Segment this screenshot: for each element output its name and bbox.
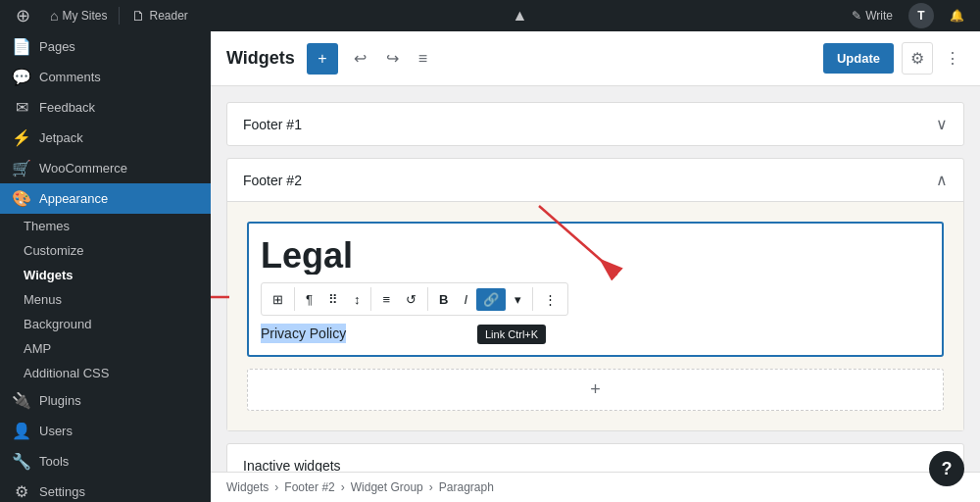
admin-bar-mysites-label: My Sites — [62, 9, 107, 23]
red-arrow-left — [211, 282, 239, 312]
list-view-button[interactable]: ≡ — [415, 46, 431, 72]
redo-icon: ↪ — [386, 49, 399, 68]
sidebar-item-menus[interactable]: Menus — [0, 287, 211, 312]
page-header: Widgets + ↩ ↪ ≡ Update ⚙ ⋮ — [211, 31, 980, 86]
ellipsis-icon: ⋮ — [945, 49, 960, 68]
sidebar-item-comments[interactable]: 💬 Comments — [0, 62, 211, 92]
bell-icon: 🔔 — [950, 9, 964, 23]
sidebar-plugins-label: Plugins — [39, 393, 81, 408]
sidebar-item-additional-css[interactable]: Additional CSS — [0, 361, 211, 385]
footer2-toggle-icon: ∧ — [936, 171, 948, 189]
editor-content-area[interactable]: Privacy Policy — [261, 324, 930, 343]
add-block-header-button[interactable]: + — [307, 43, 338, 75]
sidebar-item-background[interactable]: Background — [0, 312, 211, 336]
settings-icon: ⚙ — [12, 482, 31, 501]
admin-bar-right: ✎ Write T 🔔 — [844, 3, 972, 28]
link-tooltip-text: Link Ctrl+K — [485, 328, 538, 340]
settings-gear-button[interactable]: ⚙ — [902, 42, 933, 75]
sidebar-item-plugins[interactable]: 🔌 Plugins — [0, 385, 211, 416]
admin-bar-avatar[interactable]: T — [908, 3, 934, 28]
admin-bar-notifications[interactable]: 🔔 — [942, 9, 972, 23]
sidebar-item-settings[interactable]: ⚙ Settings — [0, 477, 211, 502]
admin-bar-reader-label: Reader — [149, 9, 187, 23]
redo-button[interactable]: ↪ — [382, 45, 403, 72]
inactive-widgets-header[interactable]: Inactive widgets ∨ — [227, 444, 963, 472]
footer1-accordion: Footer #1 ∨ — [226, 102, 964, 146]
tools-icon: 🔧 — [12, 452, 31, 471]
preview-text-content: Legal — [261, 235, 353, 275]
sidebar-item-woocommerce[interactable]: 🛒 WooCommerce — [0, 153, 211, 183]
update-button[interactable]: Update — [823, 43, 894, 74]
more-formatting-button[interactable]: ▾ — [508, 288, 528, 311]
toolbar-sep1 — [294, 287, 295, 311]
link-tooltip: Link Ctrl+K — [477, 325, 546, 344]
align-button[interactable]: ≡ — [375, 288, 397, 311]
sidebar-item-feedback[interactable]: ✉ Feedback — [0, 92, 211, 123]
users-icon: 👤 — [12, 422, 31, 440]
inactive-widgets-accordion: Inactive widgets ∨ — [226, 443, 964, 472]
italic-icon: I — [464, 292, 467, 307]
paragraph-button[interactable]: ¶ — [299, 288, 319, 311]
bold-button[interactable]: B — [432, 288, 455, 311]
breadcrumb-widgets[interactable]: Widgets — [226, 480, 269, 494]
footer1-title: Footer #1 — [243, 117, 302, 132]
page-header-right: Update ⚙ ⋮ — [823, 42, 964, 75]
sidebar-users-label: Users — [39, 424, 73, 438]
sidebar-item-jetpack[interactable]: ⚡ Jetpack — [0, 123, 211, 153]
breadcrumb-sep3: › — [429, 480, 433, 494]
move-button[interactable]: ↕ — [347, 288, 368, 311]
toolbar-sep2 — [370, 287, 371, 311]
bold-icon: B — [439, 292, 448, 307]
undo-button[interactable]: ↩ — [350, 45, 370, 72]
more-options-button[interactable]: ⋮ — [941, 45, 964, 72]
woocommerce-icon: 🛒 — [12, 159, 31, 177]
help-button[interactable]: ? — [929, 451, 964, 486]
sidebar-item-pages[interactable]: 📄 Pages — [0, 31, 211, 62]
footer2-header[interactable]: Footer #2 ∧ — [227, 159, 963, 201]
footer1-header[interactable]: Footer #1 ∨ — [227, 103, 963, 145]
sidebar-item-themes[interactable]: Themes — [0, 214, 211, 238]
drag-handle-button[interactable]: ⠿ — [321, 288, 345, 311]
sidebar-item-customize[interactable]: Customize — [0, 238, 211, 263]
admin-bar-reader[interactable]: 🗋 Reader — [123, 8, 195, 24]
link-icon: 🔗 — [483, 292, 499, 307]
admin-bar-mysites[interactable]: ⌂ My Sites — [42, 8, 115, 24]
breadcrumb-widget-group[interactable]: Widget Group — [351, 480, 423, 494]
plugins-icon: 🔌 — [12, 391, 31, 410]
sidebar-customize-label: Customize — [24, 243, 83, 258]
admin-bar-write[interactable]: ✎ Write — [844, 9, 901, 23]
breadcrumb-paragraph[interactable]: Paragraph — [439, 480, 494, 494]
help-icon: ? — [942, 459, 953, 479]
sidebar-item-tools[interactable]: 🔧 Tools — [0, 446, 211, 477]
sidebar-themes-label: Themes — [24, 219, 70, 233]
admin-bar-wp-logo[interactable]: ⊕ — [8, 5, 38, 26]
breadcrumb: Widgets › Footer #2 › Widget Group › Par… — [211, 472, 980, 502]
inactive-widgets-title: Inactive widgets — [243, 458, 341, 473]
sidebar-item-users[interactable]: 👤 Users — [0, 416, 211, 446]
sidebar-item-amp[interactable]: AMP — [0, 336, 211, 361]
transform-block-button[interactable]: ⊞ — [266, 288, 290, 311]
wp-logo-icon: ⊕ — [16, 5, 30, 26]
align-icon: ≡ — [382, 292, 390, 307]
add-block-button[interactable]: + — [247, 369, 944, 411]
breadcrumb-footer2[interactable]: Footer #2 — [284, 480, 334, 494]
main-layout: 📄 Pages 💬 Comments ✉ Feedback ⚡ Jetpack … — [0, 31, 980, 502]
sidebar-background-label: Background — [24, 317, 91, 331]
sidebar-item-appearance[interactable]: 🎨 Appearance — [0, 183, 211, 214]
sidebar-tools-label: Tools — [39, 454, 69, 469]
selected-text: Privacy Policy — [261, 324, 346, 343]
sidebar-item-widgets[interactable]: Widgets — [0, 263, 211, 287]
footer1-toggle-icon: ∨ — [936, 115, 948, 133]
content-area: Widgets + ↩ ↪ ≡ Update ⚙ ⋮ — [211, 31, 980, 502]
history-button[interactable]: ↺ — [399, 288, 423, 311]
transform-icon: ⊞ — [272, 292, 283, 307]
toolbar-sep3 — [427, 287, 428, 311]
italic-button[interactable]: I — [457, 288, 474, 311]
block-options-button[interactable]: ⋮ — [537, 288, 564, 311]
sidebar: 📄 Pages 💬 Comments ✉ Feedback ⚡ Jetpack … — [0, 31, 211, 502]
admin-bar-sep1 — [119, 7, 120, 25]
footer2-body: Legal ⊞ ¶ ⠿ — [227, 201, 963, 430]
link-button[interactable]: 🔗 — [476, 288, 506, 311]
drag-icon: ⠿ — [328, 292, 338, 307]
sidebar-jetpack-label: Jetpack — [39, 130, 83, 145]
